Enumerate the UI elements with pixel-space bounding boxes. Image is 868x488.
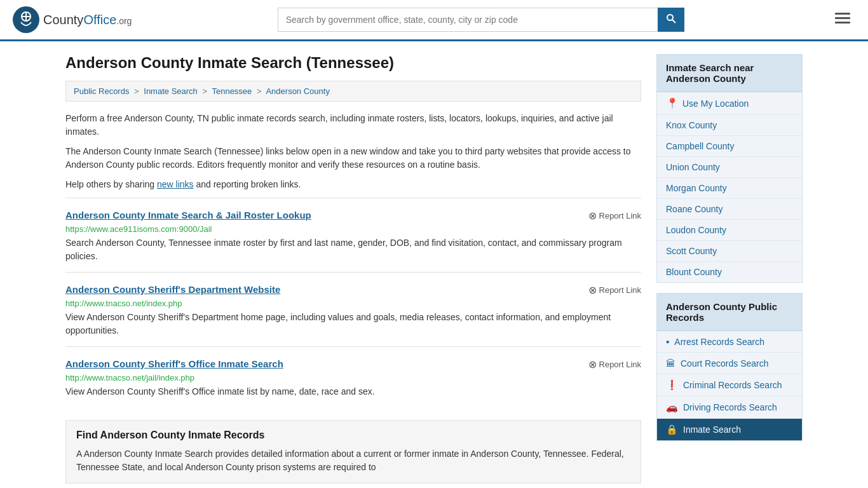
inmate-search-label: Inmate Search (683, 424, 741, 435)
driving-records-label: Driving Records Search (683, 402, 777, 412)
court-records-label: Court Records Search (681, 358, 769, 369)
sidebar-item-campbell[interactable]: Campbell County (657, 136, 802, 157)
report-icon-3: ⊗ (588, 358, 597, 370)
campbell-county-link[interactable]: Campbell County (657, 136, 802, 156)
public-records-list: ▪ Arrest Records Search 🏛 Court Records … (657, 331, 802, 440)
svg-rect-8 (835, 22, 850, 24)
union-county-link[interactable]: Union County (657, 157, 802, 177)
menu-button[interactable] (830, 9, 855, 30)
arrest-icon: ▪ (666, 336, 669, 347)
public-records-driving[interactable]: 🚗 Driving Records Search (657, 396, 802, 419)
inmate-search-link[interactable]: 🔒 Inmate Search (657, 419, 802, 440)
arrest-records-link[interactable]: ▪ Arrest Records Search (657, 331, 802, 352)
search-button[interactable] (658, 8, 684, 32)
find-section-text: A Anderson County Inmate Search provides… (76, 447, 630, 474)
search-input[interactable] (278, 8, 658, 32)
roane-county-link[interactable]: Roane County (657, 199, 802, 219)
logo-icon (13, 6, 39, 33)
result-url-1: https://www.ace911isoms.com:9000/Jail (65, 224, 641, 234)
driving-icon: 🚗 (666, 402, 678, 413)
report-link-btn-1[interactable]: ⊗ Report Link (588, 210, 641, 222)
result-item-1: ⊗ Report Link Anderson County Inmate Sea… (65, 198, 641, 272)
sidebar-item-roane[interactable]: Roane County (657, 199, 802, 220)
public-records-section: Anderson County Public Records ▪ Arrest … (656, 293, 803, 441)
header: CountyOffice.org (0, 0, 868, 41)
scott-county-link[interactable]: Scott County (657, 241, 802, 261)
logo-text: CountyOffice.org (43, 13, 132, 27)
breadcrumb-public-records[interactable]: Public Records (74, 86, 129, 96)
result-url-3: http://www.tnacso.net/jail/index.php (65, 373, 641, 383)
breadcrumb-sep-2: > (202, 86, 207, 96)
result-desc-1: Search Anderson County, Tennessee inmate… (65, 236, 641, 263)
report-icon-2: ⊗ (588, 284, 597, 296)
public-records-arrest[interactable]: ▪ Arrest Records Search (657, 331, 802, 353)
svg-rect-7 (835, 17, 850, 19)
intro-text-2: The Anderson County Inmate Search (Tenne… (65, 145, 641, 172)
breadcrumb-inmate-search[interactable]: Inmate Search (144, 86, 198, 96)
report-link-btn-3[interactable]: ⊗ Report Link (588, 358, 641, 370)
criminal-records-label: Criminal Records Search (683, 380, 782, 390)
page-title: Anderson County Inmate Search (Tennessee… (65, 54, 641, 72)
blount-county-link[interactable]: Blount County (657, 262, 802, 282)
nearby-header: Inmate Search near Anderson County (657, 55, 802, 92)
intro-text-1: Perform a free Anderson County, TN publi… (65, 112, 641, 139)
breadcrumb: Public Records > Inmate Search > Tenness… (65, 81, 641, 102)
morgan-county-link[interactable]: Morgan County (657, 178, 802, 198)
breadcrumb-sep-1: > (134, 86, 139, 96)
public-records-court[interactable]: 🏛 Court Records Search (657, 353, 802, 374)
sidebar-item-knox[interactable]: Knox County (657, 115, 802, 136)
svg-rect-6 (835, 13, 850, 15)
find-section: Find Anderson County Inmate Records A An… (65, 420, 641, 484)
new-links[interactable]: new links (157, 179, 194, 189)
inmate-icon: 🔒 (666, 424, 678, 435)
svg-point-4 (667, 15, 673, 20)
result-item-2: ⊗ Report Link Anderson County Sheriff's … (65, 272, 641, 346)
sidebar-item-blount[interactable]: Blount County (657, 262, 802, 282)
page-container: Anderson County Inmate Search (Tennessee… (53, 41, 815, 488)
svg-line-5 (672, 20, 675, 23)
use-my-location-label: Use My Location (682, 98, 749, 109)
breadcrumb-tennessee[interactable]: Tennessee (212, 86, 252, 96)
public-records-criminal[interactable]: ❗ Criminal Records Search (657, 374, 802, 396)
sidebar-item-scott[interactable]: Scott County (657, 241, 802, 262)
use-my-location[interactable]: 📍 Use My Location (657, 92, 802, 114)
breadcrumb-anderson-county[interactable]: Anderson County (266, 86, 329, 96)
result-title-2[interactable]: Anderson County Sheriff's Department Web… (65, 284, 280, 295)
nearby-section: Inmate Search near Anderson County 📍 Use… (656, 54, 803, 283)
sidebar-item-loudon[interactable]: Loudon County (657, 220, 802, 241)
knox-county-link[interactable]: Knox County (657, 115, 802, 135)
sidebar: Inmate Search near Anderson County 📍 Use… (656, 54, 803, 484)
arrest-records-label: Arrest Records Search (674, 337, 764, 347)
breadcrumb-sep-3: > (257, 86, 262, 96)
intro-text-3: Help others by sharing new links and rep… (65, 178, 641, 191)
loudon-county-link[interactable]: Loudon County (657, 220, 802, 240)
sidebar-item-union[interactable]: Union County (657, 157, 802, 178)
result-url-2: http://www.tnacso.net/index.php (65, 299, 641, 308)
public-records-inmate[interactable]: 🔒 Inmate Search (657, 419, 802, 440)
criminal-records-link[interactable]: ❗ Criminal Records Search (657, 374, 802, 396)
location-icon: 📍 (666, 97, 679, 109)
result-title-3[interactable]: Anderson County Sheriff's Office Inmate … (65, 358, 283, 369)
result-title-1[interactable]: Anderson County Inmate Search & Jail Ros… (65, 210, 311, 220)
search-area (278, 8, 684, 32)
report-link-btn-2[interactable]: ⊗ Report Link (588, 284, 641, 296)
report-icon-1: ⊗ (588, 210, 597, 222)
result-item-3: ⊗ Report Link Anderson County Sheriff's … (65, 346, 641, 407)
sidebar-item-morgan[interactable]: Morgan County (657, 178, 802, 199)
find-section-title: Find Anderson County Inmate Records (76, 430, 630, 441)
result-desc-3: View Anderson County Sheriff's Office in… (65, 385, 641, 398)
criminal-icon: ❗ (666, 379, 678, 391)
logo-area: CountyOffice.org (13, 6, 132, 33)
public-records-header: Anderson County Public Records (657, 294, 802, 331)
court-icon: 🏛 (666, 358, 675, 369)
nearby-list: 📍 Use My Location Knox County Campbell C… (657, 92, 802, 282)
driving-records-link[interactable]: 🚗 Driving Records Search (657, 396, 802, 418)
use-my-location-item[interactable]: 📍 Use My Location (657, 92, 802, 115)
court-records-link[interactable]: 🏛 Court Records Search (657, 353, 802, 374)
main-content: Anderson County Inmate Search (Tennessee… (65, 54, 641, 484)
result-desc-2: View Anderson County Sheriff's Departmen… (65, 311, 641, 337)
